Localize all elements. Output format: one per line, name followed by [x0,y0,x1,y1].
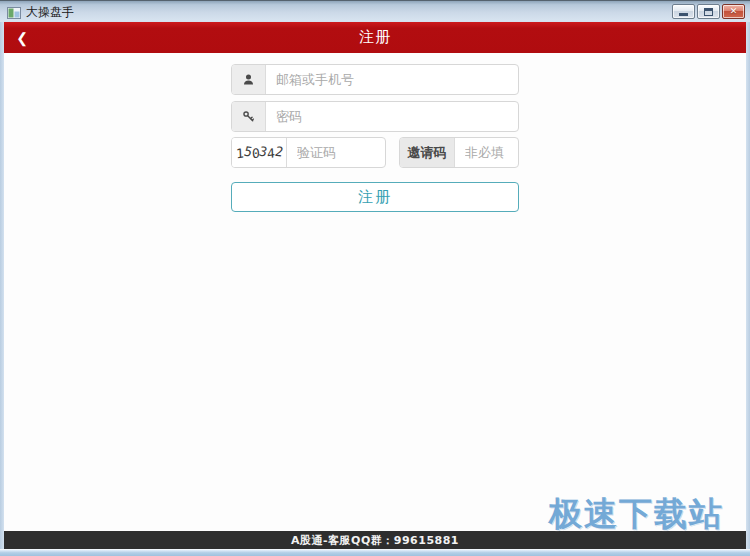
password-input-group [231,101,519,132]
back-button[interactable]: ❮ [4,22,40,53]
captcha-input[interactable] [287,138,385,167]
close-button[interactable]: ✕ [722,4,745,19]
minimize-button[interactable] [672,4,695,19]
password-input[interactable] [266,102,518,131]
app-window: 大操盘手 ✕ ❮ 注册 [0,0,750,556]
back-icon: ❮ [16,30,28,46]
close-icon: ✕ [730,5,738,18]
support-qq-text: A股通-客服QQ群：99615881 [291,533,459,548]
user-icon [232,65,266,94]
invite-input[interactable] [455,138,518,167]
captcha-group: 150342 [231,137,386,168]
maximize-button[interactable] [697,4,720,19]
captcha-code: 150342 [235,145,284,160]
captcha-image[interactable]: 150342 [232,138,287,167]
key-icon [232,102,266,131]
maximize-icon [704,8,713,16]
register-button[interactable]: 注册 [231,182,519,212]
window-controls: ✕ [672,4,745,19]
minimize-icon [679,13,688,16]
window-title: 大操盘手 [26,1,74,23]
window-bottom-border [0,549,750,556]
registration-form: 150342 邀请码 注册 [231,53,519,212]
app-icon [7,5,21,19]
main-content: 150342 邀请码 注册 [4,53,746,531]
footer-bar: A股通-客服QQ群：99615881 [4,531,746,549]
window-titlebar[interactable]: 大操盘手 ✕ [0,0,750,22]
invite-code-label: 邀请码 [400,138,455,167]
page-title: 注册 [359,28,391,47]
account-input[interactable] [266,65,518,94]
account-input-group [231,64,519,95]
invite-group: 邀请码 [399,137,519,168]
page-header: ❮ 注册 [4,22,746,53]
captcha-invite-row: 150342 邀请码 [231,137,519,168]
